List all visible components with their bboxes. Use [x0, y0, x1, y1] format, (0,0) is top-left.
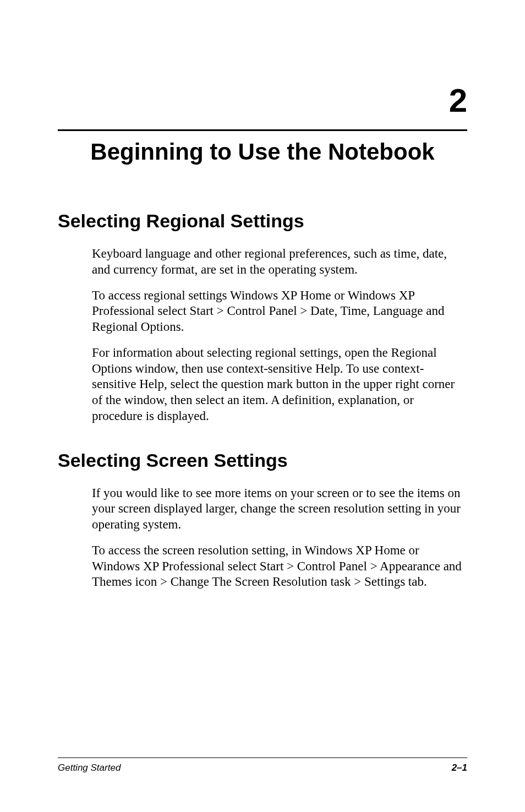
chapter-number: 2: [58, 81, 467, 119]
footer-page-number: 2–1: [452, 762, 467, 773]
body-paragraph: To access regional settings Windows XP H…: [92, 288, 467, 335]
section-heading: Selecting Screen Settings: [58, 450, 467, 471]
footer-rule: [58, 757, 467, 758]
body-paragraph: If you would like to see more items on y…: [92, 486, 467, 533]
chapter-title: Beginning to Use the Notebook: [58, 139, 467, 165]
body-paragraph: For information about selecting regional…: [92, 345, 467, 424]
body-paragraph: To access the screen resolution setting,…: [92, 543, 467, 590]
section-heading: Selecting Regional Settings: [58, 210, 467, 232]
footer-left-text: Getting Started: [58, 762, 121, 773]
page-footer: Getting Started 2–1: [58, 757, 467, 773]
chapter-divider: [58, 129, 467, 131]
body-paragraph: Keyboard language and other regional pre…: [92, 246, 467, 278]
